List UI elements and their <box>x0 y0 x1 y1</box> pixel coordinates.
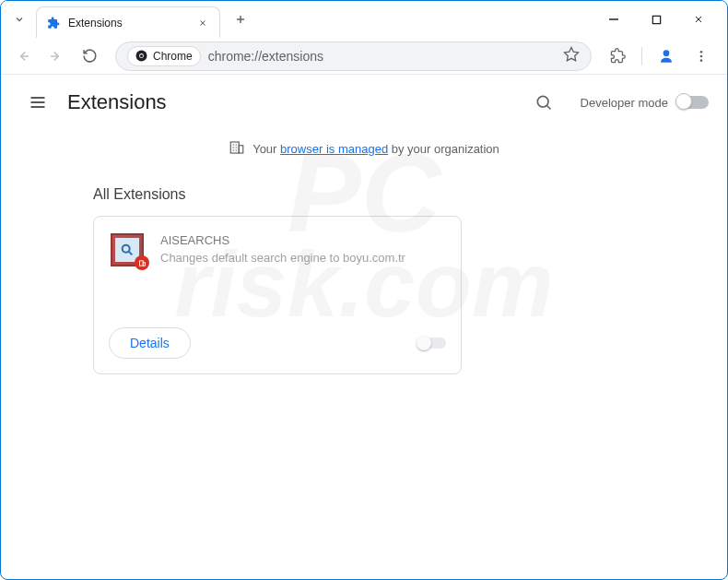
extension-icon <box>111 233 144 266</box>
svg-rect-24 <box>239 146 243 153</box>
extension-icon <box>46 16 61 30</box>
svg-rect-5 <box>652 16 660 23</box>
tab-close-button[interactable] <box>195 16 210 30</box>
search-button[interactable] <box>525 84 562 121</box>
titlebar: Extensions <box>1 1 727 38</box>
svg-rect-34 <box>143 262 145 265</box>
extension-name: AISEARCHS <box>160 233 444 247</box>
minimize-button[interactable] <box>593 5 635 34</box>
all-extensions-heading: All Extensions <box>93 186 635 203</box>
details-button[interactable]: Details <box>109 327 191 359</box>
chrome-chip: Chrome <box>127 46 201 66</box>
page-title: Extensions <box>67 90 167 114</box>
managed-banner: Your browser is managed by your organiza… <box>1 130 727 168</box>
bookmark-star-icon[interactable] <box>563 46 580 66</box>
hamburger-menu-button[interactable] <box>19 84 56 121</box>
url-text: chrome://extensions <box>208 49 323 64</box>
back-button[interactable] <box>8 41 38 71</box>
forward-button[interactable] <box>41 41 71 71</box>
svg-point-21 <box>537 96 548 107</box>
maximize-button[interactable] <box>635 5 677 34</box>
managed-text-prefix: Your <box>252 142 276 156</box>
svg-point-12 <box>140 54 143 57</box>
browser-tab[interactable]: Extensions <box>36 6 220 38</box>
svg-point-17 <box>700 59 703 62</box>
developer-mode-toggle[interactable] <box>677 96 709 109</box>
tab-list-dropdown[interactable] <box>8 8 30 30</box>
browser-managed-link[interactable]: browser is managed <box>280 142 388 156</box>
chrome-logo-icon <box>135 50 147 62</box>
managed-text-suffix: by your organization <box>392 142 499 156</box>
developer-mode-label: Developer mode <box>581 96 668 110</box>
developer-mode-toggle-group: Developer mode <box>581 96 709 110</box>
svg-line-22 <box>546 106 550 110</box>
managed-badge-icon <box>135 255 149 270</box>
divider <box>641 47 642 65</box>
svg-rect-33 <box>139 260 143 265</box>
svg-point-16 <box>700 54 703 57</box>
svg-point-14 <box>663 50 670 56</box>
reload-button[interactable] <box>75 41 104 71</box>
window-controls <box>593 5 720 34</box>
building-icon <box>229 139 245 159</box>
profile-button[interactable] <box>652 41 681 71</box>
extensions-content: All Extensions AISEARCHS Changes defau <box>1 168 727 393</box>
address-bar[interactable]: Chrome chrome://extensions <box>115 41 592 71</box>
svg-line-32 <box>129 252 133 255</box>
extension-description: Changes default search engine to boyu.co… <box>160 251 444 265</box>
extension-enable-toggle[interactable] <box>417 337 446 349</box>
kebab-menu-button[interactable] <box>687 41 716 71</box>
extension-card: AISEARCHS Changes default search engine … <box>93 216 462 374</box>
new-tab-button[interactable] <box>228 6 253 32</box>
chrome-chip-label: Chrome <box>153 50 193 63</box>
svg-point-15 <box>700 51 703 53</box>
svg-point-31 <box>123 245 130 253</box>
svg-marker-13 <box>565 47 579 60</box>
extensions-menu-button[interactable] <box>603 41 632 71</box>
svg-rect-23 <box>230 142 239 153</box>
tab-title: Extensions <box>68 17 195 30</box>
close-window-button[interactable] <box>677 5 720 34</box>
extensions-page-header: Extensions Developer mode <box>1 75 727 130</box>
browser-toolbar: Chrome chrome://extensions <box>1 38 727 75</box>
